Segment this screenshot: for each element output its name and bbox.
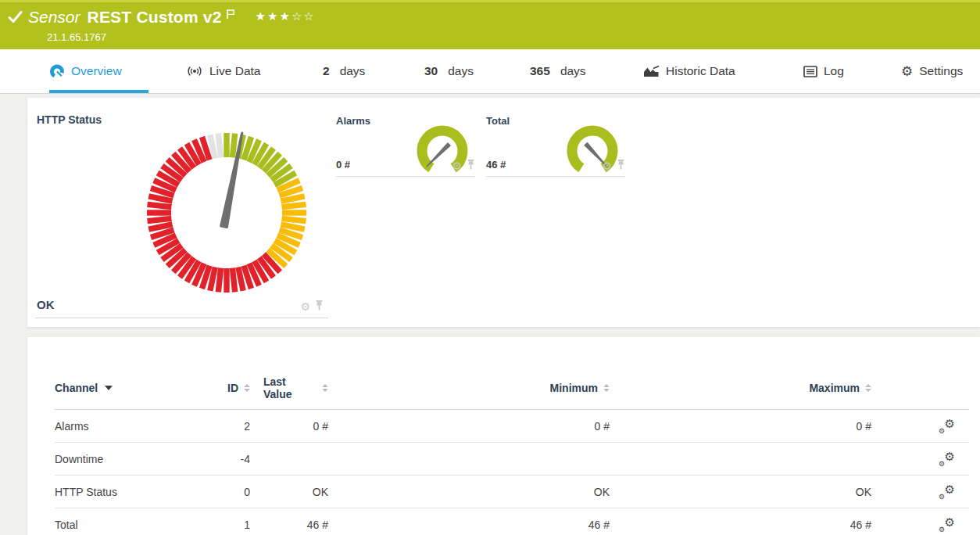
alarms-gauge-tile: Alarms 0 # ⚙ — [336, 115, 475, 177]
column-header-minimum[interactable]: Minimum — [328, 375, 610, 410]
sensor-title: REST Custom v2 — [88, 8, 222, 27]
tab-2-days[interactable]: 2 days — [323, 49, 365, 93]
tab-label: days — [560, 64, 586, 78]
pin-icon[interactable] — [617, 159, 625, 173]
channel-last-value — [250, 443, 328, 476]
channel-last-value: 0 # — [250, 410, 328, 443]
total-gauge-title: Total — [486, 115, 510, 127]
tab-label: days — [340, 64, 366, 78]
gear-icon[interactable]: ⚙ — [452, 160, 462, 171]
sort-arrows-icon — [865, 384, 871, 392]
channel-name: Downtime — [55, 443, 211, 476]
sort-arrows-icon — [244, 384, 250, 392]
channel-maximum: OK — [610, 476, 871, 508]
channel-id: -4 — [211, 443, 250, 476]
channel-minimum: 0 # — [328, 410, 610, 443]
tab-log[interactable]: Log — [803, 49, 844, 93]
channel-name: Total — [55, 508, 211, 535]
column-header-last-value[interactable]: Last Value — [250, 375, 328, 410]
channel-name: Alarms — [55, 410, 211, 443]
alarms-gauge-title: Alarms — [336, 115, 370, 127]
log-icon — [803, 66, 817, 77]
channel-id: 2 — [211, 410, 250, 443]
channel-settings-gears-icon[interactable]: ⚙⚙ — [938, 484, 955, 500]
tab-settings[interactable]: ⚙ Settings — [901, 49, 963, 93]
channels-table: Channel ID Last Value Minimum Maximum Al… — [55, 375, 969, 535]
flag-icon[interactable] — [226, 9, 235, 20]
http-status-gauge-title: HTTP Status — [37, 113, 102, 126]
http-status-gauge — [141, 127, 313, 299]
priority-stars[interactable]: ★★★☆☆ — [256, 9, 316, 23]
gear-icon[interactable]: ⚙ — [300, 301, 310, 312]
sort-caret-icon — [105, 386, 113, 390]
column-header-id[interactable]: ID — [211, 375, 250, 410]
channels-panel: Channel ID Last Value Minimum Maximum Al… — [27, 337, 980, 535]
total-value: 46 # — [486, 159, 506, 171]
broadcast-icon — [186, 65, 203, 77]
tab-label: Settings — [919, 64, 963, 78]
channel-minimum: OK — [328, 476, 610, 508]
gear-icon[interactable]: ⚙ — [602, 160, 612, 171]
channel-maximum: 0 # — [610, 410, 871, 443]
total-gauge-tile: Total 46 # ⚙ — [486, 115, 625, 177]
channel-minimum: 46 # — [328, 508, 610, 535]
tab-live-data[interactable]: Live Data — [186, 49, 260, 93]
pin-icon[interactable] — [467, 159, 475, 173]
check-icon — [8, 10, 23, 24]
tab-overview[interactable]: Overview — [49, 49, 148, 93]
sort-arrows-icon — [322, 384, 328, 392]
sensor-header: Sensor REST Custom v2 ★★★☆☆ 21.1.65.1767 — [0, 0, 980, 49]
http-status-value: OK — [37, 298, 55, 311]
gauge-icon — [49, 63, 65, 79]
tab-label: days — [448, 64, 474, 78]
channel-last-value: OK — [250, 476, 328, 508]
channel-name: HTTP Status — [55, 476, 211, 508]
area-chart-icon — [643, 65, 660, 78]
channel-minimum — [328, 443, 610, 476]
column-header-channel[interactable]: Channel — [55, 375, 211, 410]
channel-maximum: 46 # — [610, 508, 871, 535]
tab-bar: Overview Live Data 2 days 30 days 365 da… — [0, 49, 980, 94]
column-header-maximum[interactable]: Maximum — [610, 375, 871, 410]
channel-settings-gears-icon[interactable]: ⚙⚙ — [938, 517, 955, 533]
gauges-panel: HTTP Status OK ⚙ Alarms 0 # ⚙ Total 46 #… — [27, 98, 980, 327]
channel-last-value: 46 # — [250, 508, 328, 535]
tab-label: Overview — [71, 64, 122, 78]
sort-arrows-icon — [603, 384, 610, 392]
pin-icon[interactable] — [315, 300, 324, 314]
channel-settings-gears-icon[interactable]: ⚙⚙ — [938, 451, 955, 467]
tab-historic-data[interactable]: Historic Data — [643, 49, 735, 93]
tab-30-days[interactable]: 30 days — [424, 49, 474, 93]
channel-maximum — [610, 443, 871, 476]
tab-label: Log — [824, 64, 844, 78]
sensor-type-label: Sensor — [28, 8, 80, 27]
tab-label: Historic Data — [666, 64, 735, 78]
channel-id: 0 — [211, 476, 250, 508]
alarms-value: 0 # — [336, 159, 350, 171]
tab-365-days[interactable]: 365 days — [530, 49, 586, 93]
gear-icon: ⚙ — [901, 65, 913, 78]
tab-label: Live Data — [209, 64, 260, 78]
sensor-version: 21.1.65.1767 — [47, 31, 106, 43]
http-status-gauge-footer: OK ⚙ — [35, 295, 328, 318]
channel-id: 1 — [211, 508, 250, 535]
channel-settings-gears-icon[interactable]: ⚙⚙ — [938, 418, 955, 434]
column-header-actions — [871, 375, 969, 410]
